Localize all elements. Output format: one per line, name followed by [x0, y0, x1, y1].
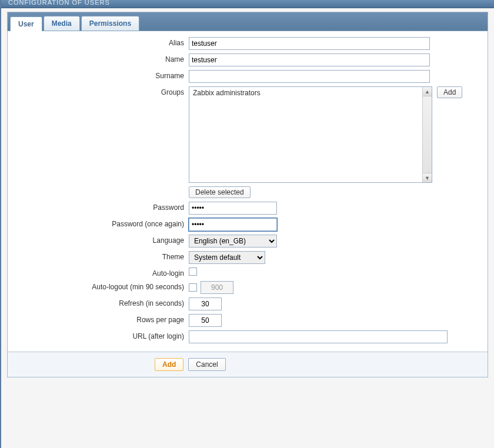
page-title-banner: CONFIGURATION OF USERS	[1, 0, 494, 8]
groups-listbox[interactable]: Zabbix administrators ▲ ▼	[189, 86, 432, 183]
auto-logout-checkbox[interactable]	[189, 283, 197, 292]
language-label: Language	[18, 235, 189, 245]
password-label: Password	[18, 202, 189, 212]
alias-input[interactable]	[189, 37, 430, 50]
groups-item[interactable]: Zabbix administrators	[193, 89, 419, 97]
password-input[interactable]	[189, 202, 277, 215]
refresh-input[interactable]	[189, 297, 222, 310]
scroll-up-icon[interactable]: ▲	[423, 87, 432, 96]
cancel-button[interactable]: Cancel	[188, 358, 225, 371]
alias-label: Alias	[18, 37, 189, 47]
tab-permissions[interactable]: Permissions	[81, 16, 139, 31]
groups-scrollbar[interactable]: ▲ ▼	[422, 87, 432, 182]
groups-add-button[interactable]: Add	[437, 86, 462, 98]
groups-label: Groups	[18, 86, 189, 96]
scroll-down-icon[interactable]: ▼	[423, 173, 432, 182]
surname-input[interactable]	[189, 70, 430, 83]
user-config-panel: User Media Permissions Alias Name Surnam…	[7, 12, 488, 377]
rows-per-page-label: Rows per page	[18, 314, 189, 324]
url-after-login-input[interactable]	[189, 330, 448, 343]
auto-logout-seconds-input	[201, 281, 233, 294]
auto-login-checkbox[interactable]	[189, 268, 197, 276]
auto-login-label: Auto-login	[18, 268, 189, 278]
form-body: Alias Name Surname Groups	[8, 31, 488, 352]
refresh-label: Refresh (in seconds)	[18, 297, 189, 307]
auto-logout-label: Auto-logout (min 90 seconds)	[18, 281, 189, 291]
url-after-login-label: URL (after login)	[18, 330, 189, 340]
tab-media[interactable]: Media	[44, 16, 80, 31]
tab-user[interactable]: User	[10, 16, 42, 31]
rows-per-page-input[interactable]	[189, 314, 222, 327]
password-again-label: Password (once again)	[18, 218, 189, 228]
theme-label: Theme	[18, 251, 189, 261]
footer-bar: Add Cancel	[8, 352, 488, 377]
tabbar: User Media Permissions	[8, 12, 488, 31]
delete-selected-button[interactable]: Delete selected	[189, 186, 251, 198]
name-input[interactable]	[189, 54, 430, 66]
language-select[interactable]: English (en_GB)	[189, 235, 277, 248]
theme-select[interactable]: System default	[189, 251, 265, 264]
surname-label: Surname	[18, 70, 189, 80]
name-label: Name	[18, 54, 189, 63]
password-again-input[interactable]	[189, 218, 277, 231]
add-button[interactable]: Add	[155, 358, 183, 371]
